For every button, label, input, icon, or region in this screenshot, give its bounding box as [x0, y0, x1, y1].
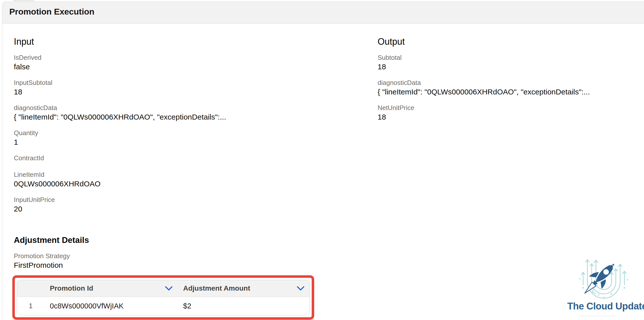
field-value: false	[14, 62, 366, 72]
field-label: InputUnitPrice	[14, 195, 366, 204]
field-promotion-strategy: Promotion Strategy FirstPromotion	[14, 252, 366, 270]
field-isderived: IsDerived false	[14, 53, 366, 72]
field-inputunitprice: InputUnitPrice 20	[14, 195, 366, 214]
column-header-adjustment-amount[interactable]: Adjustment Amount	[178, 280, 309, 297]
field-value: 18	[14, 87, 366, 97]
field-lineitemid: LineItemId 0QLWs000006XHRdOAO	[14, 170, 366, 189]
logo-wordmark: The Cloud Update	[567, 301, 644, 312]
field-label: LineItemId	[14, 170, 366, 179]
field-value: 18	[378, 62, 632, 72]
adjustment-table-header-row: Promotion Id Adjustment Amount	[17, 280, 309, 297]
adjustment-table-card: Promotion Id Adjustment Amount	[17, 280, 310, 315]
column-header-label: Adjustment Amount	[183, 284, 250, 292]
promotion-id-cell: 0c8Ws000000VfWjIAK	[44, 297, 178, 315]
page-title: Promotion Execution	[9, 7, 94, 17]
chevron-down-icon[interactable]	[165, 284, 173, 292]
field-diagnosticdata-output: diagnosticData { "lineItemId": "0QLWs000…	[378, 78, 632, 97]
field-value: 1	[14, 137, 366, 147]
output-section-heading: Output	[378, 37, 632, 47]
field-subtotal: Subtotal 18	[378, 53, 632, 72]
adjustment-amount-cell: $2	[178, 297, 309, 315]
chevron-down-icon[interactable]	[297, 284, 304, 292]
field-label: diagnosticData	[14, 103, 366, 112]
field-netunitprice: NetUnitPrice 18	[378, 103, 632, 122]
field-label: ContractId	[14, 154, 366, 162]
column-header-label: Promotion Id	[50, 284, 93, 292]
table-row[interactable]: 1 0c8Ws000000VfWjIAK $2	[17, 297, 309, 315]
panel-header: Promotion Execution	[2, 2, 644, 24]
field-value: { "lineItemId": "0QLWs000006XHRdOAO", "e…	[378, 87, 632, 97]
input-section-heading: Input	[14, 37, 366, 47]
field-value: 18	[378, 112, 632, 122]
field-value: 0QLWs000006XHRdOAO	[14, 179, 366, 189]
column-header-promotion-id[interactable]: Promotion Id	[44, 280, 178, 297]
card-left-border	[2, 24, 2, 320]
promotion-execution-screen: { "panel": { "title": "Promotion Executi…	[0, 0, 644, 320]
field-inputsubtotal: InputSubtotal 18	[14, 78, 366, 97]
logo-dashes-decoration	[579, 315, 616, 316]
rocket-icon	[574, 257, 634, 301]
input-column: Input IsDerived false InputSubtotal 18 d…	[14, 24, 366, 320]
field-quantity: Quantity 1	[14, 129, 366, 147]
field-value: FirstPromotion	[14, 260, 366, 270]
row-number-cell: 1	[17, 297, 44, 315]
field-value: { "lineItemId": "0QLWs000006XHRdOAO", "e…	[14, 112, 366, 122]
adjustment-table: Promotion Id Adjustment Amount	[17, 280, 309, 315]
field-value: 20	[14, 204, 366, 214]
field-contractid: ContractId	[14, 154, 366, 164]
field-label: InputSubtotal	[14, 78, 366, 87]
field-label: diagnosticData	[378, 78, 632, 87]
card-corner-artifact	[12, 0, 34, 1]
field-label: Promotion Strategy	[14, 252, 366, 260]
field-diagnosticdata-input: diagnosticData { "lineItemId": "0QLWs000…	[14, 103, 366, 122]
field-label: NetUnitPrice	[378, 103, 632, 112]
field-value	[14, 162, 366, 164]
adjustment-details-heading: Adjustment Details	[14, 235, 366, 245]
cloud-update-logo: The Cloud Update	[571, 256, 641, 318]
field-label: IsDerived	[14, 53, 366, 62]
output-column: Output Subtotal 18 diagnosticData { "lin…	[378, 24, 632, 122]
row-number-header	[17, 280, 44, 297]
red-highlight-box: Promotion Id Adjustment Amount	[12, 275, 314, 320]
field-label: Subtotal	[378, 53, 632, 62]
field-label: Quantity	[14, 129, 366, 137]
